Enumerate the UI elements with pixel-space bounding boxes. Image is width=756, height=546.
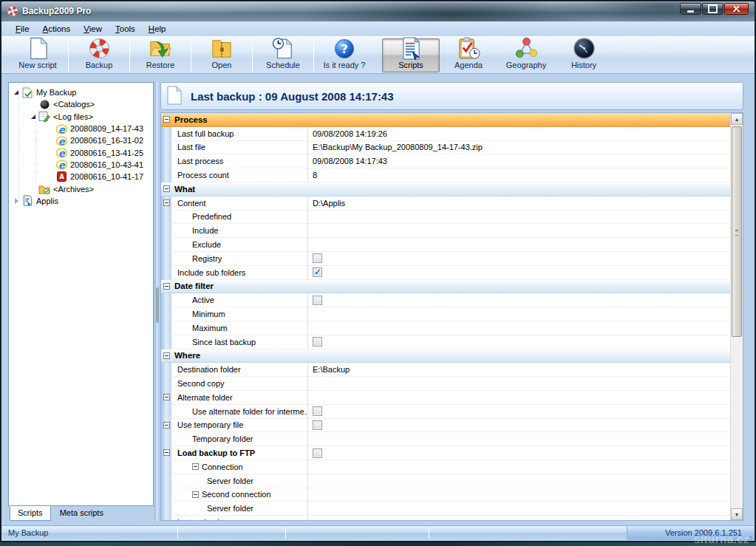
collapse-box-icon[interactable] [163, 283, 170, 290]
property-row-include[interactable]: Include [161, 224, 730, 238]
property-value-cell[interactable] [308, 405, 730, 419]
tree-item-20080616-13-41-25[interactable]: e20080616_13-41-25 [9, 146, 153, 158]
property-row-registry[interactable]: Registry [161, 252, 730, 266]
property-value-cell[interactable]: 09/08/2008 14:17:43 [308, 154, 730, 168]
property-row-second-copy[interactable]: Second copy [161, 377, 730, 391]
toolbar-button-schedule[interactable]: Schedule [254, 38, 312, 72]
property-row-predefined[interactable]: Predefined [161, 211, 730, 225]
checkbox-checked[interactable] [313, 267, 322, 277]
collapse-box-icon[interactable] [163, 449, 170, 456]
toolbar-button-is-it-ready[interactable]: ?Is it ready ? [316, 38, 373, 72]
panel-splitter[interactable] [154, 82, 160, 521]
property-value-cell[interactable] [308, 460, 730, 474]
tree-item-log-files[interactable]: <Log files> [9, 111, 153, 123]
property-row-since-last-backup[interactable]: Since last backup [161, 335, 730, 349]
property-value-cell[interactable] [308, 377, 730, 391]
property-value-cell[interactable] [308, 474, 730, 488]
close-button[interactable] [724, 3, 749, 15]
property-value-cell[interactable] [308, 307, 730, 321]
checkbox-unchecked[interactable] [313, 448, 322, 458]
collapse-box-icon[interactable] [163, 116, 170, 123]
property-value-cell[interactable]: 09/08/2008 14:19:26 [308, 127, 730, 141]
tree-item-20080616-10-41-17[interactable]: A20080616_10-41-17 [9, 171, 153, 182]
property-value-cell[interactable] [308, 224, 730, 238]
property-row-include-sub-folders[interactable]: Include sub folders [161, 266, 730, 280]
grid-section-where[interactable]: Where [161, 349, 730, 364]
expand-arrow-icon[interactable] [12, 198, 21, 204]
tree-item-archives[interactable]: <Archives> [9, 182, 153, 194]
scroll-up-button[interactable]: ▲ [731, 113, 743, 125]
property-row-last-full-backup[interactable]: Last full backup09/08/2008 14:19:26 [161, 127, 730, 141]
property-value-cell[interactable] [308, 321, 730, 335]
property-row-connection[interactable]: Connection [161, 460, 730, 474]
checkbox-unchecked[interactable] [313, 296, 322, 305]
grid-section-what[interactable]: What [161, 182, 730, 197]
toolbar-button-history[interactable]: History [555, 38, 613, 72]
scroll-down-button[interactable]: ▼ [731, 508, 743, 520]
collapse-box-icon[interactable] [163, 394, 170, 400]
property-value-cell[interactable] [308, 502, 730, 516]
property-value-cell[interactable] [308, 293, 730, 307]
menu-item-file[interactable]: File [9, 23, 36, 35]
collapse-box-icon[interactable] [163, 199, 170, 206]
property-row-second-connection[interactable]: Second connection [161, 488, 730, 502]
property-value-cell[interactable] [308, 488, 730, 502]
property-value-cell[interactable]: D:\Applis [308, 197, 730, 211]
resize-grip-icon[interactable] [750, 536, 752, 538]
property-row-active[interactable]: Active [161, 293, 730, 307]
property-row-last-upload[interactable]: Last upload [161, 516, 730, 521]
tree-item-my-backup[interactable]: My Backup [9, 86, 153, 98]
property-value-cell[interactable] [308, 391, 730, 405]
property-row-maximum[interactable]: Maximum [161, 321, 730, 335]
property-row-use-temporary-file[interactable]: Use temporary file [161, 419, 730, 433]
toolbar-button-agenda[interactable]: Agenda [440, 38, 497, 72]
property-value-cell[interactable] [308, 446, 730, 460]
tree-item-catalogs[interactable]: <Catalogs> [9, 98, 153, 110]
maximize-button[interactable] [702, 3, 723, 15]
collapse-arrow-icon[interactable] [12, 90, 21, 95]
toolbar-button-new-script[interactable]: New script [9, 38, 67, 72]
checkbox-unchecked[interactable] [313, 406, 322, 416]
toolbar-button-restore[interactable]: Restore [132, 38, 189, 72]
property-value-cell[interactable] [308, 266, 730, 280]
vertical-scrollbar[interactable]: ▲ ▼ [730, 113, 743, 520]
property-row-alternate-folder[interactable]: Alternate folder [161, 391, 730, 405]
tree-item-20080616-10-43-41[interactable]: e20080616_10-43-41 [9, 159, 153, 171]
tree-item-applis[interactable]: Applis [9, 195, 153, 207]
property-row-last-process[interactable]: Last process09/08/2008 14:17:43 [161, 154, 730, 168]
menu-item-tools[interactable]: Tools [109, 23, 142, 35]
property-row-temporary-folder[interactable]: Temporary folder [161, 432, 730, 446]
property-row-server-folder[interactable]: Server folder [161, 474, 730, 488]
scrollbar-thumb[interactable] [732, 126, 742, 337]
checkbox-unchecked[interactable] [313, 420, 322, 430]
minimize-button[interactable] [680, 3, 701, 15]
property-value-cell[interactable] [308, 516, 730, 521]
property-value-cell[interactable]: E:\Backup [308, 363, 730, 377]
property-row-minimum[interactable]: Minimum [161, 307, 730, 321]
grid-section-date-filter[interactable]: Date filter [161, 280, 730, 294]
collapse-box-icon[interactable] [192, 463, 199, 470]
menu-item-view[interactable]: View [77, 23, 109, 35]
toolbar-button-scripts[interactable]: Scripts [382, 38, 440, 72]
collapse-box-icon[interactable] [163, 352, 170, 359]
property-row-content[interactable]: ContentD:\Applis [161, 197, 730, 211]
property-row-process-count[interactable]: Process count8 [161, 168, 730, 182]
property-value-cell[interactable] [308, 419, 730, 433]
checkbox-unchecked[interactable] [313, 337, 322, 347]
collapse-box-icon[interactable] [163, 185, 170, 192]
tree-item-20080616-16-31-02[interactable]: e20080616_16-31-02 [9, 134, 153, 146]
menu-item-help[interactable]: Help [142, 23, 173, 35]
property-row-server-folder[interactable]: Server folder [161, 502, 730, 516]
menu-item-actions[interactable]: Actions [36, 23, 78, 35]
tab-scripts[interactable]: Scripts [10, 506, 51, 521]
tree-item-20080809-14-17-43[interactable]: e20080809_14-17-43 [9, 123, 153, 134]
toolbar-button-geography[interactable]: Geography [497, 38, 555, 72]
property-value-cell[interactable] [308, 238, 730, 252]
property-value-cell[interactable] [308, 211, 730, 225]
property-row-load-backup-to-ftp[interactable]: Load backup to FTP [161, 446, 730, 460]
tab-meta-scripts[interactable]: Meta scripts [52, 506, 111, 521]
property-row-destination-folder[interactable]: Destination folderE:\Backup [161, 363, 730, 377]
property-row-use-alternate-folder-for-interme[interactable]: Use alternate folder for interme… [161, 405, 730, 419]
grid-section-process[interactable]: Process [161, 113, 730, 127]
collapse-box-icon[interactable] [192, 491, 199, 498]
